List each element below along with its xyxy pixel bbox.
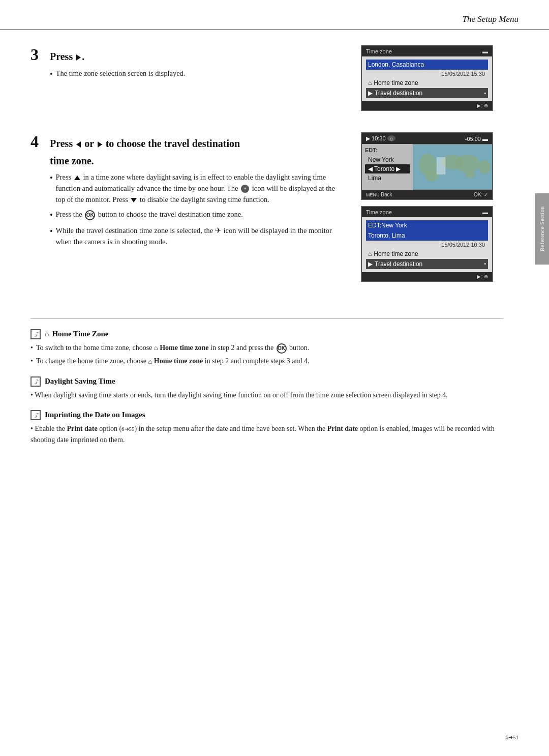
screen1-footer-right: ▶: ⊕ <box>477 103 488 108</box>
screen1-footer: ▶: ⊕ <box>362 101 492 110</box>
arrow-left-icon-title <box>76 141 81 148</box>
svg-point-5 <box>465 170 475 179</box>
map-footer: MENU Back OK: ✓ <box>362 190 492 199</box>
travel-arrow-2: ▶ <box>368 260 373 268</box>
note-imprinting-title: Imprinting the Date on Images <box>45 411 145 419</box>
note-daylight-saving: 𝒵 Daylight Saving Time When daylight sav… <box>30 376 503 401</box>
screen2-icon: ▬ <box>482 209 488 215</box>
step4-subtitle: time zone. <box>50 155 346 167</box>
reference-tab-label: Reference Section <box>539 207 545 252</box>
step4-bullet1: Press in a time zone where daylight savi… <box>50 172 346 205</box>
arrow-right-icon <box>76 54 81 61</box>
dst-icon: ☀ <box>241 185 249 193</box>
note-daylight-heading: 𝒵 Daylight Saving Time <box>30 376 503 387</box>
note-home-bullet2: To change the home time zone, choose ⌂ H… <box>30 356 503 367</box>
screen2-city1: EDT:New York <box>366 220 488 230</box>
screen1-body: London, Casablanca 15/05/2012 15:30 ⌂ Ho… <box>362 56 492 101</box>
note-home-time-zone: 𝒵 ⌂ Home Time Zone To switch to the home… <box>30 329 503 367</box>
svg-point-4 <box>455 155 480 172</box>
screen2-body: EDT:New York Toronto, Lima 15/05/2012 10… <box>362 217 492 272</box>
page-number: 6➜51 <box>506 734 519 741</box>
travel-arrow-1: ▶ <box>368 90 373 97</box>
screen2-row2: ▶ Travel destination • <box>366 259 488 269</box>
step4-bullet2: Press the OK button to choose the travel… <box>50 209 346 221</box>
step4-text: 4 Press or to choose the travel destinat… <box>30 132 346 252</box>
step4-heading: 4 Press or to choose the travel destinat… <box>30 132 346 151</box>
step3-number: 3 <box>30 45 46 64</box>
note-home-bullet1: To switch to the home time zone, choose … <box>30 342 503 354</box>
arrow-up-icon <box>74 176 80 180</box>
screen2-footer-right: ▶: ⊕ <box>477 274 488 279</box>
screen2-header: Time zone ▬ <box>362 207 492 217</box>
home-icon-1: ⌂ <box>368 79 372 86</box>
screen2-row1: ⌂ Home time zone <box>366 249 488 259</box>
map-city1: New York <box>365 155 410 164</box>
step3-bullet1: The time zone selection screen is displa… <box>50 68 346 80</box>
step3-text: 3 Press . The time zone selection screen… <box>30 45 346 84</box>
world-map-svg <box>413 144 492 190</box>
inline-home-icon-2: ⌂ <box>148 357 152 367</box>
map-left-panel: EDT: New York ◀ Toronto ▶ Lima <box>362 144 413 190</box>
inline-home-icon-1: ⌂ <box>154 343 158 354</box>
screen2-city2: Toronto, Lima <box>366 230 488 241</box>
step3-bullets: The time zone selection screen is displa… <box>50 68 346 80</box>
page-container: The Setup Menu Reference Section 3 Press… <box>0 0 549 756</box>
screen2-time: 15/05/2012 10:30 <box>366 241 488 249</box>
ok-btn-note1: OK <box>277 343 287 354</box>
dst-header-icon: ☼ <box>387 135 395 141</box>
note-home-title: ⌂ Home Time Zone <box>45 330 109 338</box>
screen1-city-row: London, Casablanca <box>366 60 488 70</box>
step4-title: Press or to choose the travel destinatio… <box>50 138 240 150</box>
map-header-left: ▶ 10:30 ☼ <box>366 135 395 142</box>
step3-heading: 3 Press . <box>30 45 346 64</box>
step4-bullet3: While the travel destination time zone i… <box>50 225 346 248</box>
note-icon-3: 𝒵 <box>30 410 41 420</box>
note-daylight-title: Daylight Saving Time <box>45 377 115 386</box>
screen1-city: London, Casablanca <box>368 61 424 68</box>
home-icon-note: ⌂ <box>45 330 49 338</box>
step3-section: 3 Press . The time zone selection screen… <box>30 45 503 117</box>
note-imprinting: 𝒵 Imprinting the Date on Images Enable t… <box>30 410 503 446</box>
reference-section-tab: Reference Section <box>535 193 549 265</box>
note-imprinting-heading: 𝒵 Imprinting the Date on Images <box>30 410 503 420</box>
screen1-title: Time zone <box>366 48 392 54</box>
map-city3: Lima <box>365 173 410 183</box>
screen-mockup-1: Time zone ▬ London, Casablanca 15/05/201… <box>361 45 493 111</box>
screen1-header: Time zone ▬ <box>362 46 492 56</box>
map-screen: ▶ 10:30 ☼ -05:00 ▬ EDT: New York ◀ Toron… <box>361 132 493 200</box>
map-city2: ◀ Toronto ▶ <box>365 164 410 173</box>
step4-section: 4 Press or to choose the travel destinat… <box>30 132 503 288</box>
step4-number: 4 <box>30 132 46 151</box>
note-daylight-text: When daylight saving time starts or ends… <box>30 390 503 401</box>
note-icon-2: 𝒵 <box>30 376 41 387</box>
screen1-time: 15/05/2012 15:30 <box>366 70 488 78</box>
map-right-panel <box>413 144 492 190</box>
screen2-footer: ▶: ⊕ <box>362 272 492 281</box>
header-title: The Setup Menu <box>463 14 518 24</box>
note-home-body: To switch to the home time zone, choose … <box>30 342 503 367</box>
map-body: EDT: New York ◀ Toronto ▶ Lima <box>362 144 492 190</box>
home-icon-2: ⌂ <box>368 250 372 257</box>
svg-point-2 <box>424 169 438 181</box>
arrow-down-icon <box>131 198 137 202</box>
page-footer: 6➜51 <box>506 734 519 741</box>
screen1-row1: ⌂ Home time zone <box>366 78 488 88</box>
note-home-heading: 𝒵 ⌂ Home Time Zone <box>30 329 503 339</box>
ok-button-icon: OK <box>85 210 95 220</box>
screen-mockup-2: Time zone ▬ EDT:New York Toronto, Lima 1… <box>361 206 493 282</box>
note-imprinting-body: Enable the Print date option (6➜55) in t… <box>30 423 503 446</box>
step3-title: Press . <box>50 51 84 63</box>
divider1 <box>30 318 503 319</box>
map-header: ▶ 10:30 ☼ -05:00 ▬ <box>362 133 492 144</box>
page-header: The Setup Menu <box>0 0 549 30</box>
map-footer-left: MENU Back <box>366 192 392 197</box>
note-daylight-body: When daylight saving time starts or ends… <box>30 390 503 401</box>
step3-screen: Time zone ▬ London, Casablanca 15/05/201… <box>361 45 503 117</box>
map-footer-right: OK: ✓ <box>474 192 488 197</box>
map-header-right: -05:00 ▬ <box>465 136 488 142</box>
screen1-row2: ▶ Travel destination • <box>366 88 488 98</box>
step4-screens: ▶ 10:30 ☼ -05:00 ▬ EDT: New York ◀ Toron… <box>361 132 503 288</box>
svg-point-6 <box>479 160 491 174</box>
svg-rect-7 <box>437 157 446 175</box>
note-icon-1: 𝒵 <box>30 329 41 339</box>
